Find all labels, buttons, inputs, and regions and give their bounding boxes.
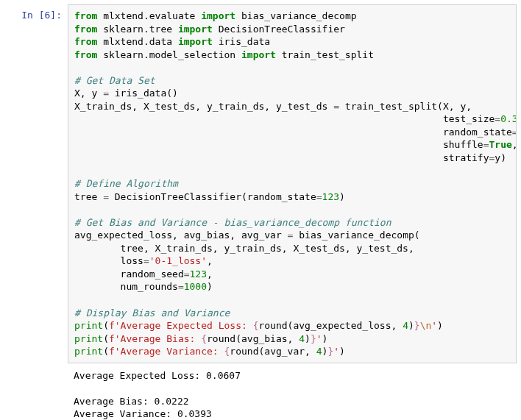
stdout-output: Average Expected Loss: 0.0607 Average Bi…: [68, 368, 517, 420]
output-prompt-spacer: [4, 368, 68, 372]
input-prompt: In [6]:: [4, 4, 68, 22]
code-input-area[interactable]: from mlxtend.evaluate import bias_varian…: [68, 4, 517, 363]
output-row: Average Expected Loss: 0.0607 Average Bi…: [4, 368, 517, 420]
code-cell: In [6]: from mlxtend.evaluate import bia…: [4, 4, 517, 363]
